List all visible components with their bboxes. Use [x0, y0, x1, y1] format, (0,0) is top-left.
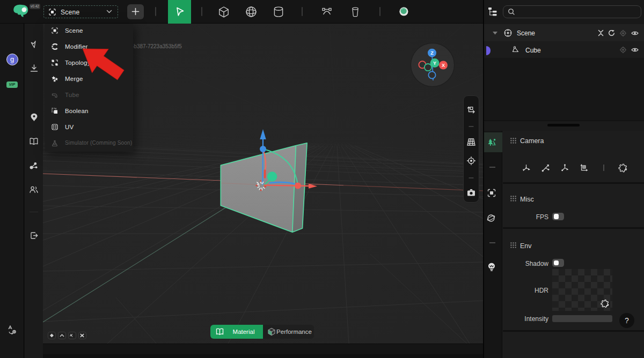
- svg-text:Y: Y: [433, 61, 436, 66]
- svg-text:Z: Z: [430, 50, 434, 56]
- svg-text:X: X: [442, 63, 445, 68]
